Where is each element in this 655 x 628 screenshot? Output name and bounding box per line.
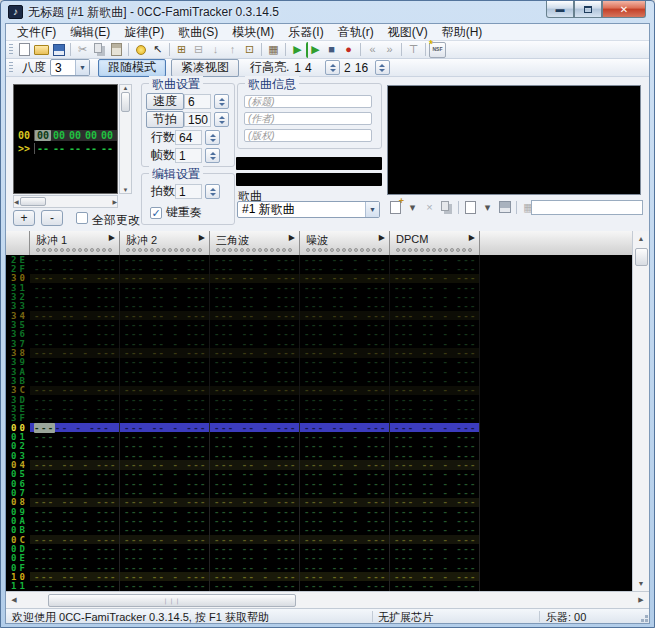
pattern-cell[interactable]: --- -- - --- bbox=[390, 320, 480, 329]
pattern-cell[interactable]: --- -- - --- bbox=[210, 264, 300, 273]
pattern-cell[interactable]: --- -- - --- bbox=[210, 479, 300, 488]
pattern-row[interactable]: 05--- -- - ------ -- - ------ -- - -----… bbox=[6, 470, 632, 479]
pattern-cell[interactable]: --- -- - --- bbox=[120, 432, 210, 441]
pattern-cell[interactable]: --- -- - --- bbox=[390, 348, 480, 357]
selection-icon[interactable]: ↖ bbox=[149, 42, 166, 58]
pattern-cell[interactable]: --- -- - --- bbox=[30, 507, 120, 516]
pattern-cell[interactable]: --- -- - --- bbox=[30, 516, 120, 525]
pattern-cell[interactable]: --- -- - --- bbox=[30, 283, 120, 292]
scroll-down-icon[interactable]: ▼ bbox=[123, 187, 129, 193]
load-instrument-menu-icon[interactable]: ▾ bbox=[479, 199, 496, 215]
pattern-cell[interactable]: --- -- - --- bbox=[30, 581, 120, 590]
pattern-cell[interactable]: --- -- - --- bbox=[300, 572, 390, 581]
instrument-name-input[interactable] bbox=[531, 200, 643, 215]
chevron-down-icon[interactable]: ▼ bbox=[365, 202, 379, 217]
pattern-cell[interactable]: --- -- - --- bbox=[300, 526, 390, 535]
menu-item[interactable]: 音轨(r) bbox=[331, 24, 381, 41]
song-copyright-input[interactable] bbox=[244, 129, 372, 142]
pattern-cell[interactable]: --- -- - --- bbox=[300, 442, 390, 451]
pattern-row[interactable]: 0D--- -- - ------ -- - ------ -- - -----… bbox=[6, 544, 632, 553]
pattern-cell[interactable]: --- -- - --- bbox=[120, 358, 210, 367]
pattern-cell[interactable]: --- -- - --- bbox=[210, 283, 300, 292]
pattern-cell[interactable]: --- -- - --- bbox=[300, 264, 390, 273]
pattern-cell[interactable]: --- -- - --- bbox=[390, 311, 480, 320]
pattern-cell[interactable]: --- -- - --- bbox=[30, 376, 120, 385]
pattern-cell[interactable]: --- -- - --- bbox=[210, 572, 300, 581]
pattern-cell[interactable]: --- -- - --- bbox=[120, 516, 210, 525]
pattern-row[interactable]: 32--- -- - ------ -- - ------ -- - -----… bbox=[6, 292, 632, 301]
pattern-cell[interactable]: --- -- - --- bbox=[30, 395, 120, 404]
pattern-cell[interactable]: --- -- - --- bbox=[300, 348, 390, 357]
pattern-cell[interactable]: --- -- - --- bbox=[30, 339, 120, 348]
save-file-icon[interactable] bbox=[50, 42, 67, 58]
menu-item[interactable]: 帮助(H) bbox=[435, 24, 490, 41]
pattern-row[interactable]: 3A--- -- - ------ -- - ------ -- - -----… bbox=[6, 367, 632, 376]
pattern-cell[interactable]: --- -- - --- bbox=[30, 386, 120, 395]
pattern-cell[interactable]: --- -- - --- bbox=[390, 386, 480, 395]
copy-icon[interactable] bbox=[91, 42, 108, 58]
pattern-cell[interactable]: --- -- - --- bbox=[210, 320, 300, 329]
pattern-row[interactable]: 2E--- -- - ------ -- - ------ -- - -----… bbox=[6, 255, 632, 264]
pattern-cell[interactable]: --- -- - --- bbox=[30, 302, 120, 311]
add-instrument-menu-icon[interactable]: ▾ bbox=[404, 199, 421, 215]
pattern-cell[interactable]: --- -- - --- bbox=[120, 395, 210, 404]
pattern-cell[interactable]: --- -- - --- bbox=[30, 572, 120, 581]
open-file-icon[interactable] bbox=[33, 42, 50, 58]
pattern-cell[interactable]: --- -- - --- bbox=[120, 311, 210, 320]
highlight1-value[interactable]: 4 bbox=[302, 61, 322, 75]
scroll-right-icon[interactable]: ▶ bbox=[633, 596, 649, 604]
pattern-cell[interactable]: --- -- - --- bbox=[210, 535, 300, 544]
scroll-left-icon[interactable]: ◀ bbox=[14, 198, 19, 205]
frame-add-button[interactable]: + bbox=[13, 210, 35, 226]
pattern-cell[interactable]: --- -- - --- bbox=[30, 255, 120, 264]
pattern-cell[interactable]: --- -- - --- bbox=[210, 404, 300, 413]
channel-arrow-icon[interactable]: ▶ bbox=[379, 233, 385, 242]
close-button[interactable]: ✕ bbox=[602, 1, 646, 18]
pattern-cell[interactable]: --- -- - --- bbox=[30, 544, 120, 553]
prev-frame-icon[interactable]: « bbox=[364, 42, 381, 58]
pattern-cell[interactable]: --- -- - --- bbox=[300, 488, 390, 497]
pattern-cell[interactable]: --- -- - --- bbox=[30, 274, 120, 283]
scrollbar-thumb[interactable] bbox=[121, 92, 130, 112]
pattern-cell[interactable]: --- -- - --- bbox=[30, 563, 120, 572]
pattern-cell[interactable]: --- -- - --- bbox=[300, 395, 390, 404]
pattern-cell[interactable]: --- -- - --- bbox=[30, 442, 120, 451]
pattern-cell[interactable]: --- -- - --- bbox=[300, 554, 390, 563]
pattern-cell[interactable]: --- -- - --- bbox=[30, 535, 120, 544]
pattern-cell[interactable]: --- -- - --- bbox=[210, 516, 300, 525]
pattern-cell[interactable]: --- -- - --- bbox=[390, 442, 480, 451]
tempo-button[interactable]: 节拍 bbox=[146, 111, 184, 128]
pattern-cell[interactable]: --- -- - --- bbox=[210, 581, 300, 590]
frame-duplicate-icon[interactable]: ⊡ bbox=[241, 42, 258, 58]
song-title-input[interactable] bbox=[244, 95, 372, 108]
scrollbar-thumb[interactable]: ❘❘❘ bbox=[48, 594, 296, 607]
pattern-cell[interactable]: --- -- - --- bbox=[120, 535, 210, 544]
pattern-row[interactable]: 34--- -- - ------ -- - ------ -- - -----… bbox=[6, 311, 632, 320]
pattern-cell[interactable]: --- -- - --- bbox=[120, 367, 210, 376]
resize-grip[interactable] bbox=[645, 619, 648, 622]
scroll-down-icon[interactable]: ▼ bbox=[638, 576, 645, 591]
menu-item[interactable]: 歌曲(S) bbox=[171, 24, 225, 41]
pattern-cell[interactable]: --- -- - --- bbox=[390, 581, 480, 590]
pattern-cell[interactable]: --- -- - --- bbox=[120, 292, 210, 301]
pattern-cell[interactable]: --- -- - --- bbox=[30, 358, 120, 367]
scroll-right-icon[interactable]: ▶ bbox=[112, 198, 117, 205]
save-instrument-icon[interactable] bbox=[496, 199, 513, 215]
pattern-cell[interactable]: --- -- - --- bbox=[210, 292, 300, 301]
pattern-row[interactable]: 02--- -- - ------ -- - ------ -- - -----… bbox=[6, 442, 632, 451]
pattern-cell[interactable]: --- -- - --- bbox=[210, 367, 300, 376]
rows-value[interactable]: 64 bbox=[175, 130, 202, 145]
instrument-list[interactable] bbox=[387, 85, 641, 195]
pattern-cell[interactable]: --- -- - --- bbox=[210, 432, 300, 441]
pattern-row[interactable]: 00--- -- - ------ -- - ------ -- - -----… bbox=[6, 423, 632, 432]
frame-remove-icon[interactable]: ⊟ bbox=[190, 42, 207, 58]
pattern-row[interactable]: 35--- -- - ------ -- - ------ -- - -----… bbox=[6, 320, 632, 329]
scroll-up-icon[interactable]: ▲ bbox=[123, 85, 129, 91]
pattern-row[interactable]: 03--- -- - ------ -- - ------ -- - -----… bbox=[6, 451, 632, 460]
pattern-cell[interactable]: --- -- - --- bbox=[390, 414, 480, 423]
pattern-cell[interactable]: --- -- - --- bbox=[30, 488, 120, 497]
pattern-cell[interactable]: --- -- - --- bbox=[300, 404, 390, 413]
tempo-value[interactable]: 150 bbox=[184, 112, 211, 127]
pattern-cell[interactable]: --- -- - --- bbox=[120, 498, 210, 507]
pattern-cell[interactable]: --- -- - --- bbox=[120, 544, 210, 553]
